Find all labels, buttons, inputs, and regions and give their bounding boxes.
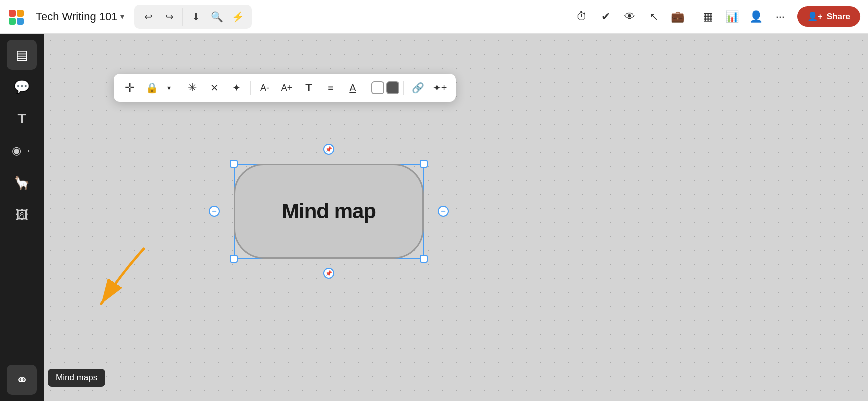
sidebar-item-mindmap[interactable]: ⚭ <box>7 365 37 395</box>
svg-rect-1 <box>9 18 16 25</box>
search-button[interactable]: 🔍 <box>207 7 227 27</box>
cursor-button[interactable]: ↖ <box>643 6 665 28</box>
node-label: Mind map <box>282 200 376 224</box>
arrow-svg <box>91 244 151 309</box>
handle-right-expand[interactable]: − <box>438 206 449 217</box>
text-decrease-button[interactable]: A- <box>255 78 275 98</box>
collapse-button[interactable]: ✕ <box>204 78 224 98</box>
more-button[interactable]: ··· <box>769 6 791 28</box>
ft-divider-4 <box>403 81 404 95</box>
ft-divider-1 <box>178 81 178 95</box>
binoculars-button[interactable]: 👁 <box>619 6 641 28</box>
mindmap-icon: ⚭ <box>16 372 28 389</box>
share-button[interactable]: 👤+ Share <box>797 6 860 27</box>
sidebar-item-image[interactable]: 🖼 <box>7 200 37 230</box>
node-shape[interactable]: Mind map <box>234 164 424 259</box>
lightning-button[interactable]: ⚡ <box>228 7 248 27</box>
color-white-swatch[interactable] <box>371 82 384 94</box>
floating-toolbar: ✛ 🔒 ▾ ✳ ✕ ✦ A- A+ T ≡ A 🔗 ✦+ <box>114 74 456 102</box>
lock-button[interactable]: 🔒 <box>142 78 162 98</box>
save-button[interactable]: ⬇ <box>186 7 206 27</box>
text-bold-button[interactable]: T <box>299 78 319 98</box>
share-icon: 👤+ <box>807 12 823 22</box>
share-label: Share <box>827 12 850 22</box>
title-area: Tech Writing 101 ▾ <box>36 10 124 24</box>
redo-button[interactable]: ↪ <box>159 7 179 27</box>
ft-divider-3 <box>367 81 367 95</box>
chart-view-button[interactable]: 📊 <box>721 6 743 28</box>
header-right-divider <box>693 8 693 26</box>
text-underline-button[interactable]: A <box>343 78 363 98</box>
llama-icon: 🦙 <box>14 176 30 191</box>
svg-rect-0 <box>9 10 16 17</box>
sidebar-item-llama[interactable]: 🦙 <box>7 168 37 198</box>
timer-button[interactable]: ⏱ <box>571 6 593 28</box>
handle-top-right[interactable] <box>420 160 428 168</box>
header-right: ⏱ ✔ 👁 ↖ 💼 ▦ 📊 👤 ··· 👤+ Share <box>571 6 860 28</box>
text-align-button[interactable]: ≡ <box>321 78 341 98</box>
handle-left-expand[interactable]: − <box>209 206 220 217</box>
handle-bottom-left[interactable] <box>230 255 238 263</box>
toolbar-divider <box>182 8 183 26</box>
layout-icon: ▤ <box>16 48 28 63</box>
handle-bottom-pin[interactable]: 📌 <box>323 268 334 279</box>
undo-button[interactable]: ↩ <box>138 7 158 27</box>
link-button[interactable]: 🔗 <box>408 78 428 98</box>
header-toolbar: ↩ ↪ ⬇ 🔍 ⚡ <box>134 5 252 29</box>
text-icon: T <box>17 111 26 127</box>
sidebar-item-text[interactable]: T <box>7 104 37 134</box>
arrow-annotation <box>91 244 151 311</box>
header: Tech Writing 101 ▾ ↩ ↪ ⬇ 🔍 ⚡ ⏱ ✔ 👁 ↖ 💼 ▦… <box>0 0 868 34</box>
sidebar-item-shapes[interactable]: ◉→ <box>7 136 37 166</box>
person-button[interactable]: 👤 <box>745 6 767 28</box>
move-button[interactable]: ✛ <box>120 78 140 98</box>
image-icon: 🖼 <box>15 208 28 223</box>
title-dropdown-icon[interactable]: ▾ <box>120 12 124 22</box>
sidebar-item-comment[interactable]: 💬 <box>7 72 37 102</box>
svg-rect-3 <box>17 18 24 25</box>
expand-button[interactable]: ✳ <box>182 78 202 98</box>
sidebar: ▤ 💬 T ◉→ 🦙 🖼 ⚭ <box>0 34 44 401</box>
sparkle-button[interactable]: ✦ <box>226 78 246 98</box>
mindmap-node[interactable]: 📌 📌 − − Mind map <box>234 164 424 259</box>
minus-left-icon: − <box>212 207 216 216</box>
pin-bottom-icon: 📌 <box>325 270 332 277</box>
handle-top-left[interactable] <box>230 160 238 168</box>
pin-top-icon: 📌 <box>325 146 332 153</box>
ft-divider-2 <box>250 81 251 95</box>
checklist-button[interactable]: ✔ <box>595 6 617 28</box>
text-increase-button[interactable]: A+ <box>277 78 297 98</box>
handle-top-pin[interactable]: 📌 <box>323 144 334 155</box>
comment-icon: 💬 <box>14 80 30 95</box>
mindmap-container: 📌 📌 − − Mind map <box>234 164 424 259</box>
handle-bottom-right[interactable] <box>420 255 428 263</box>
mindmap-tooltip: Mind maps <box>48 369 105 387</box>
logo <box>8 6 30 28</box>
document-title[interactable]: Tech Writing 101 <box>36 10 117 24</box>
canvas[interactable]: ✛ 🔒 ▾ ✳ ✕ ✦ A- A+ T ≡ A 🔗 ✦+ 📌 <box>44 34 868 401</box>
tooltip-label: Mind maps <box>56 373 97 382</box>
grid-view-button[interactable]: ▦ <box>697 6 719 28</box>
shapes-icon: ◉→ <box>12 144 32 158</box>
briefcase-button[interactable]: 💼 <box>667 6 689 28</box>
lock-dropdown-button[interactable]: ▾ <box>164 78 174 98</box>
magic-button[interactable]: ✦+ <box>430 78 450 98</box>
svg-rect-2 <box>17 10 24 17</box>
color-dark-swatch[interactable] <box>386 82 399 94</box>
sidebar-item-layout[interactable]: ▤ <box>7 40 37 70</box>
minus-right-icon: − <box>441 207 445 216</box>
